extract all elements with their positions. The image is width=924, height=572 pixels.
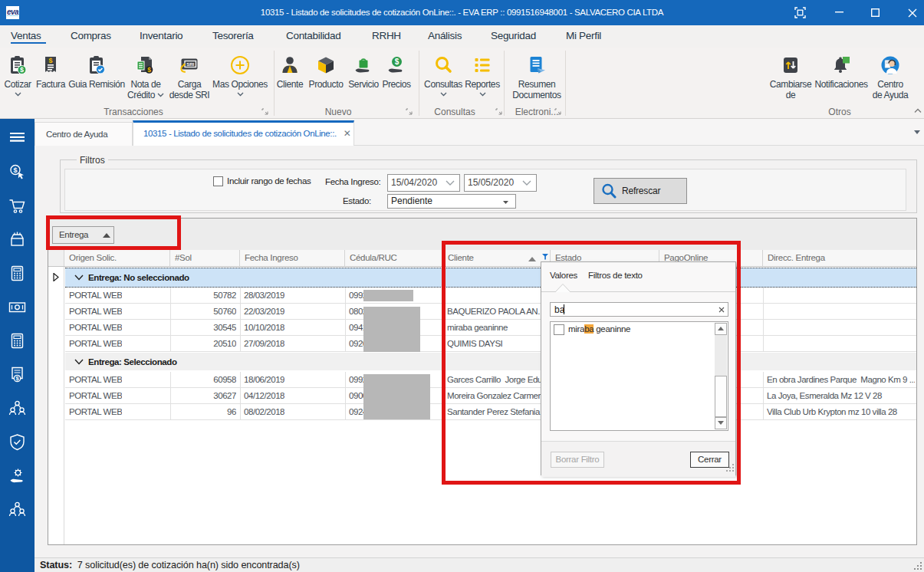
svg-text:SRI: SRI [186,62,194,67]
svg-text:$: $ [20,66,24,74]
svg-text:$: $ [147,66,151,74]
svg-text:$: $ [395,58,400,66]
svg-text:$: $ [48,57,52,64]
